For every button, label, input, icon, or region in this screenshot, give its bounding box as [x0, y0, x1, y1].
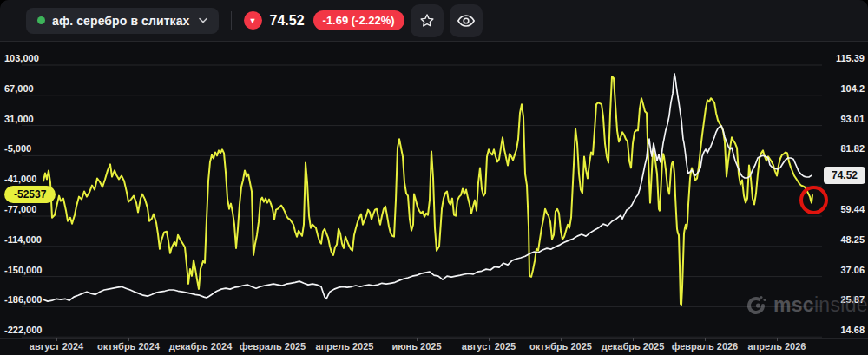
header-divider — [231, 11, 232, 30]
chart-region: 103,000115.3967,000104.231,00093.01-5,00… — [0, 0, 868, 355]
watermark-light: insider — [814, 293, 868, 316]
red-circle-annotation — [799, 186, 828, 214]
trading-chart-window: 103,000115.3967,000104.231,00093.01-5,00… — [0, 0, 868, 355]
symbol-label: аф. серебро в слитках — [52, 14, 190, 28]
x-axis-line — [0, 338, 868, 339]
chart-header: аф. серебро в слитках ▼ 74.52 -1.69 (-2.… — [0, 0, 868, 42]
current-value-badge-left: -52537 — [4, 186, 56, 203]
series-indicator — [43, 76, 812, 305]
watermark-text: mscinsider — [773, 293, 868, 317]
symbol-selector-button[interactable]: аф. серебро в слитках — [26, 8, 219, 34]
current-price-badge-right: 74.52 — [824, 167, 865, 184]
series-price — [43, 74, 812, 301]
star-icon — [418, 12, 436, 30]
last-price: 74.52 — [270, 13, 305, 29]
eye-icon — [457, 11, 476, 30]
watermark-bold: msc — [773, 293, 814, 316]
favorite-button[interactable] — [411, 4, 444, 37]
chart-canvas[interactable] — [0, 0, 868, 355]
status-dot-icon — [37, 16, 45, 24]
change-badge: -1.69 (-2.22%) — [313, 10, 404, 30]
watermark: mscinsider — [745, 293, 868, 317]
watch-button[interactable] — [450, 4, 483, 37]
mscinsider-logo-icon — [745, 294, 767, 317]
trend-down-icon: ▼ — [244, 11, 262, 30]
chevron-down-icon — [199, 15, 207, 25]
